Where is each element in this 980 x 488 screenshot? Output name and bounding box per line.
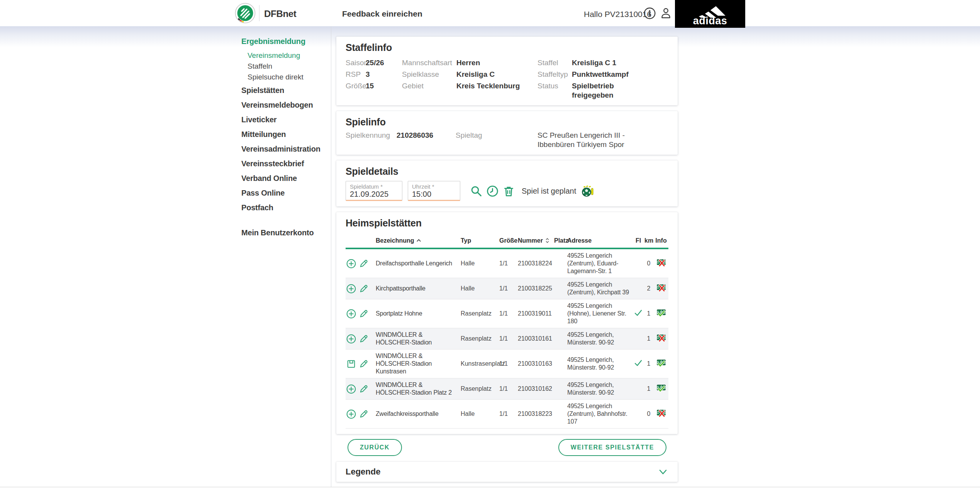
col-typ: Typ — [460, 234, 498, 248]
add-venue-icon[interactable] — [346, 409, 356, 419]
add-venue-icon[interactable] — [346, 284, 356, 294]
sidebar-item-vereinsmeldung[interactable]: Vereinsmeldung — [248, 52, 331, 59]
field-value: Kreis Tecklenburg — [456, 80, 537, 100]
venue-info-ok-icon[interactable] — [656, 309, 666, 317]
edit-venue-icon[interactable] — [359, 309, 368, 319]
field-label: Staffel — [537, 57, 572, 69]
field-label: Staffeltyp — [537, 69, 572, 80]
sidebar-item-vereinssteckbrief[interactable]: Vereinssteckbrief — [241, 159, 331, 168]
spieldetails-title: Spieldetails — [346, 166, 668, 177]
col-nummer[interactable]: Nummer — [517, 234, 553, 248]
field-value: Kreisliga C — [456, 69, 537, 80]
col-bezeichnung[interactable]: Bezeichnung — [375, 234, 460, 248]
sidebar-item-pass-online[interactable]: Pass Online — [241, 189, 331, 198]
floodlight-check-icon — [634, 359, 643, 367]
back-button[interactable]: ZURÜCK — [348, 439, 402, 456]
sidebar-item-spielstaetten[interactable]: Spielstätten — [241, 86, 331, 95]
match-planned-ball-icon — [581, 185, 595, 197]
field-value: 15 — [366, 80, 402, 100]
venues-title: Heimspielstätten — [346, 218, 668, 229]
app-header: DFBnet Feedback einreichen Hallo PV21310… — [0, 0, 980, 26]
legend-title: Legende — [346, 467, 380, 477]
col-km: km — [644, 234, 654, 248]
sidebar-item-spielsuche-direkt[interactable]: Spielsuche direkt — [248, 73, 331, 81]
sort-asc-icon[interactable] — [416, 238, 422, 243]
sidebar-item-verband-online[interactable]: Verband Online — [241, 174, 331, 183]
dfb-logo-icon — [235, 3, 256, 24]
col-platz: Platz — [553, 234, 566, 248]
spieldetails-row: Spieldatum * Uhrzeit * Spiel ist geplant — [346, 181, 668, 201]
field-value: Kreisliga C 1 — [572, 57, 668, 69]
feedback-link[interactable]: Feedback einreichen — [342, 9, 422, 19]
venue-info-error-icon[interactable] — [656, 258, 666, 267]
add-venue-button[interactable]: WEITERE SPIELSTÄTTE — [558, 439, 666, 456]
venue-row: Zweifachkreissporthalle Halle 1/1 210031… — [346, 400, 668, 429]
venue-info-error-icon[interactable] — [656, 409, 666, 417]
field-value: 3 — [366, 69, 402, 80]
search-icon[interactable] — [470, 185, 482, 197]
clock-icon[interactable] — [487, 185, 498, 197]
col-groesse: Größe — [498, 234, 517, 248]
sidebar-item-vereinsadministration[interactable]: Vereinsadministration — [241, 145, 331, 154]
legend-card[interactable]: Legende — [336, 462, 678, 482]
add-venue-icon[interactable] — [346, 259, 356, 268]
adidas-wordmark: adidas — [693, 16, 727, 25]
sidebar-nav: Ergebnismeldung Vereinsmeldung Staffeln … — [230, 26, 331, 487]
trash-icon[interactable] — [503, 185, 515, 197]
save-venue-icon[interactable] — [346, 359, 356, 369]
sidebar-item-mein-benutzerkonto[interactable]: Mein Benutzerkonto — [241, 228, 331, 237]
user-greeting: Hallo PV21310016 — [584, 10, 640, 19]
edit-venue-icon[interactable] — [359, 409, 368, 419]
sidebar-item-vereinsmeldebogen[interactable]: Vereinsmeldebogen — [241, 101, 331, 110]
spieltag-label: Spieltag — [456, 131, 537, 149]
spielkennung-value: 210286036 — [397, 131, 456, 149]
edit-venue-icon[interactable] — [359, 334, 368, 344]
sidebar-item-liveticker[interactable]: Liveticker — [241, 115, 331, 124]
venue-info-error-icon[interactable] — [656, 334, 666, 342]
sort-updown-icon[interactable] — [544, 238, 550, 243]
venue-row: Kirchpattsporthalle Halle 1/1 2100318225… — [346, 278, 668, 299]
add-venue-icon[interactable] — [346, 384, 356, 394]
field-label: Status — [537, 80, 572, 100]
edit-venue-icon[interactable] — [359, 359, 368, 369]
info-icon[interactable] — [643, 7, 656, 20]
field-label: Mannschaftsart — [402, 57, 456, 69]
venue-info-ok-icon[interactable] — [656, 384, 666, 392]
venue-row: WINDMÖLLER & HÖLSCHER-Stadion Platz 2 Ra… — [346, 378, 668, 400]
field-label: Spielklasse — [402, 69, 456, 80]
venue-info-ok-icon[interactable] — [656, 359, 666, 367]
spielinfo-title: Spielinfo — [346, 117, 668, 128]
staffelinfo-title: Staffelinfo — [346, 42, 668, 53]
sidebar-item-staffeln[interactable]: Staffeln — [248, 62, 331, 70]
field-label: Größe — [346, 80, 366, 100]
uhrzeit-input[interactable] — [412, 190, 456, 199]
sidebar-item-ergebnismeldung[interactable]: Ergebnismeldung — [241, 37, 331, 46]
spielinfo-card: Spielinfo Spielkennung 210286036 Spielta… — [336, 111, 678, 155]
edit-venue-icon[interactable] — [359, 384, 368, 394]
user-account-icon[interactable] — [660, 7, 672, 20]
main-content: Staffelinfo Saison 25/26 Mannschaftsart … — [331, 26, 678, 488]
add-venue-icon[interactable] — [346, 309, 356, 319]
sidebar-item-mitteilungen[interactable]: Mitteilungen — [241, 130, 331, 139]
spieldatum-field[interactable]: Spieldatum * — [346, 181, 402, 201]
spielinfo-grid: Spielkennung 210286036 Spieltag SC Preuß… — [346, 131, 668, 149]
field-label: Gebiet — [402, 80, 456, 100]
spielkennung-label: Spielkennung — [346, 131, 397, 149]
venues-table: Bezeichnung Typ Größe Nummer Platz Adres… — [346, 234, 668, 429]
venue-info-error-icon[interactable] — [656, 284, 666, 292]
venue-row: Sportplatz Hohne Rasenplatz 1/1 21003190… — [346, 299, 668, 328]
spieldatum-input[interactable] — [350, 190, 398, 199]
edit-venue-icon[interactable] — [359, 284, 368, 294]
add-venue-icon[interactable] — [346, 334, 356, 344]
chevron-down-icon[interactable] — [658, 466, 668, 477]
venues-header-row: Bezeichnung Typ Größe Nummer Platz Adres… — [346, 234, 668, 248]
uhrzeit-label: Uhrzeit * — [412, 183, 456, 190]
edit-venue-icon[interactable] — [359, 259, 368, 268]
sidebar-item-postfach[interactable]: Postfach — [241, 203, 331, 212]
staffelinfo-card: Staffelinfo Saison 25/26 Mannschaftsart … — [336, 37, 678, 105]
uhrzeit-field[interactable]: Uhrzeit * — [408, 181, 460, 201]
field-value-status: Spielbetrieb freigegeben — [572, 80, 630, 100]
col-info: Info — [654, 234, 668, 248]
venues-card: Heimspielstätten Bezeichnung Typ Größe N… — [336, 212, 678, 434]
field-value: Punktwettkampf — [572, 69, 668, 80]
